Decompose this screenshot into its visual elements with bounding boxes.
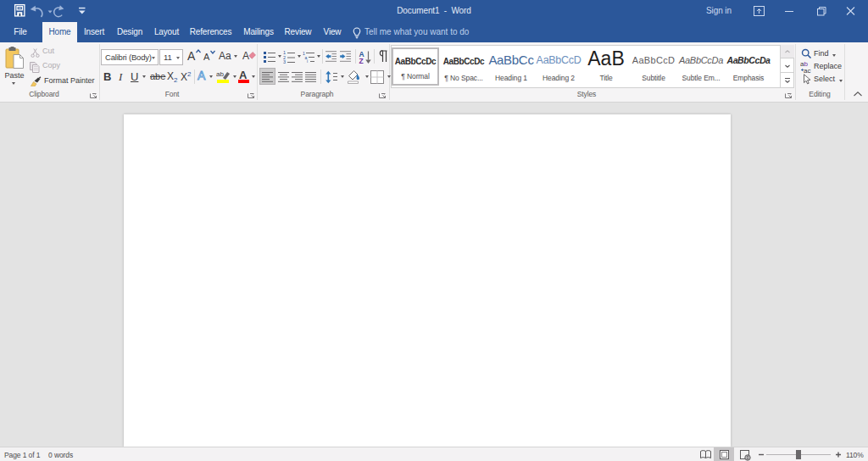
svg-text:ab: ab — [216, 70, 224, 78]
svg-text:Z: Z — [359, 57, 364, 64]
svg-text:ac: ac — [804, 67, 810, 74]
svg-text:i: i — [307, 58, 308, 63]
svg-text:3: 3 — [283, 59, 286, 64]
